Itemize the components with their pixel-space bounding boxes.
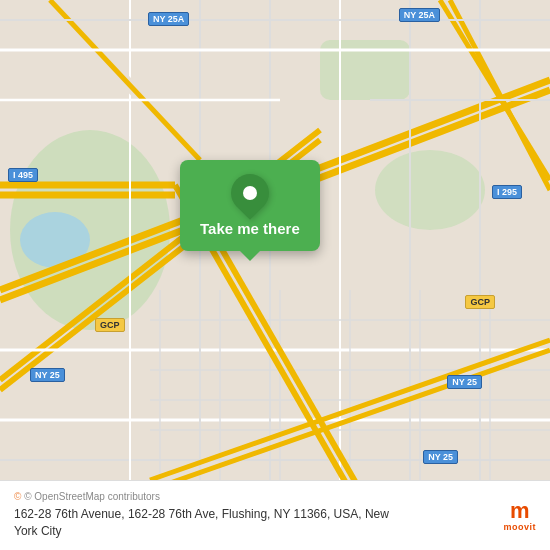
moovit-logo: m moovit bbox=[503, 500, 536, 532]
highway-badge-ny25-right: NY 25 bbox=[447, 375, 482, 389]
moovit-label: moovit bbox=[503, 522, 536, 532]
svg-point-4 bbox=[375, 150, 485, 230]
highway-badge-ny25-left: NY 25 bbox=[30, 368, 65, 382]
take-me-there-button[interactable]: Take me there bbox=[180, 160, 320, 251]
bottom-bar: © © OpenStreetMap contributors 162-28 76… bbox=[0, 480, 550, 550]
highway-badge-ny25-bottom: NY 25 bbox=[423, 450, 458, 464]
bottom-left: © © OpenStreetMap contributors 162-28 76… bbox=[14, 491, 394, 540]
highway-badge-ny25a-1: NY 25A bbox=[148, 12, 189, 26]
highway-badge-gcp-left: GCP bbox=[95, 318, 125, 332]
osm-credit: © © OpenStreetMap contributors bbox=[14, 491, 394, 502]
highway-badge-gcp-right: GCP bbox=[465, 295, 495, 309]
osm-credit-text: © OpenStreetMap contributors bbox=[24, 491, 160, 502]
location-pin-icon bbox=[223, 166, 277, 220]
map-container: NY 25A NY 25A I 495 I 295 NY 25 NY 25 GC… bbox=[0, 0, 550, 550]
address-text: 162-28 76th Avenue, 162-28 76th Ave, Flu… bbox=[14, 506, 394, 540]
moovit-m-letter: m bbox=[510, 500, 530, 522]
highway-badge-i295: I 295 bbox=[492, 185, 522, 199]
highway-badge-i495: I 495 bbox=[8, 168, 38, 182]
highway-badge-ny25a-2: NY 25A bbox=[399, 8, 440, 22]
popup-label: Take me there bbox=[200, 220, 300, 237]
location-pin-inner bbox=[243, 186, 257, 200]
